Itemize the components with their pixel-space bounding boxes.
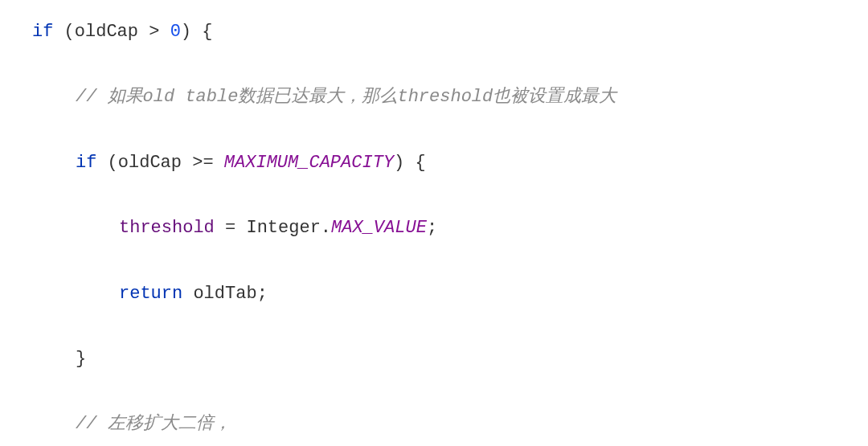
code-line: // 如果old table数据已达最大，那么threshold也被设置成最大 [32,81,836,114]
code-text: oldTab; [182,284,268,304]
keyword-return: return [119,284,182,304]
code-line: return oldTab; [32,278,836,311]
code-text: ) { [181,22,213,42]
number-literal: 0 [170,22,181,42]
code-text: (oldCap > [53,22,170,42]
constant: MAX_VALUE [331,218,427,238]
comment: // 左移扩大二倍， [76,414,231,434]
code-snippet: if (oldCap > 0) { // 如果old table数据已达最大，那… [32,16,836,446]
code-text: ; [427,218,437,238]
code-text: = Integer. [215,218,331,238]
constant: MAXIMUM_CAPACITY [224,153,394,173]
variable: threshold [119,218,215,238]
comment: // 如果old table数据已达最大，那么threshold也被设置成最大 [76,87,616,107]
keyword-if: if [32,22,53,42]
code-text: (oldCap >= [96,153,223,173]
code-line: if (oldCap >= MAXIMUM_CAPACITY) { [32,147,836,180]
brace: } [76,349,86,369]
code-line: } [32,343,836,376]
code-text: ) { [394,153,426,173]
code-line: if (oldCap > 0) { [32,16,836,49]
code-line: threshold = Integer.MAX_VALUE; [32,212,836,245]
code-line: // 左移扩大二倍， [32,408,836,441]
keyword-if: if [76,153,96,173]
